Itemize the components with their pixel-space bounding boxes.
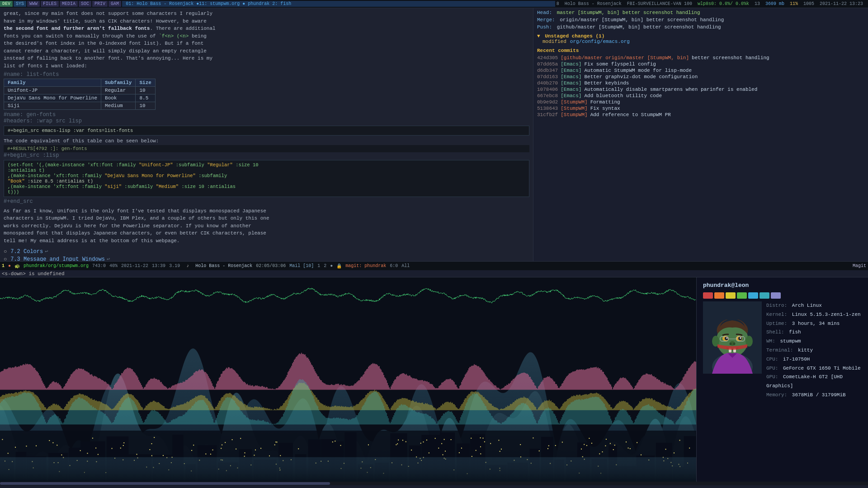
current-mode: magit: phundrak [345, 263, 386, 268]
tag-media[interactable]: MEDIA [60, 1, 78, 7]
org-para-line-5: the desired's font index in the 0-indexe… [4, 40, 529, 47]
commit-message: Better graphviz-dot mode configuration [584, 74, 698, 80]
kernel-row: Kernel: Linux 5.15.3-zen1-1-zen [766, 310, 862, 319]
mem-row: Memory: 3678MiB / 31799MiB [766, 391, 862, 400]
commit-hash: 667ebc8 [537, 93, 558, 99]
commit-message: Add bluetooth utility code [584, 93, 662, 99]
magit-commits-list: 424d305[github/master origin/master [Stu… [537, 55, 864, 117]
commit-hash: d40b270 [537, 80, 558, 86]
active-window-title: 01: Holo Bass - Rosenjack ●11: stumpwm.o… [122, 1, 555, 7]
gpu-row: GPU: GeForce GTX 1650 Ti Mobile [766, 364, 862, 373]
magit-commit-row[interactable]: 424d305[github/master origin/master [Stu… [537, 55, 864, 61]
magit-commit-row[interactable]: d6db347[Emacs]Automatic StumpWM mode for… [537, 68, 864, 73]
magit-commit-row[interactable]: 07dd163[Emacs]Better graphviz-dot mode c… [537, 74, 864, 80]
magit-merge-row: Merge: origin/master [StumpWM, bin] bett… [537, 17, 864, 23]
tag-priv[interactable]: PRIV [92, 1, 108, 7]
svg-point-13 [730, 343, 732, 345]
org-begin-src2: #+begin_src :lisp [4, 152, 529, 159]
commit-tag: [Emacs] [561, 80, 581, 86]
commit-hash: 5138643 [537, 106, 558, 111]
org-item-72[interactable]: ○ 7.2 Colors ↩ [4, 248, 529, 255]
monitor-info: FBI-SURVEILLANCE-VAN 100 [626, 1, 693, 6]
turtle-icon: 🐢 [14, 263, 20, 269]
org-fonts-table: Family Subfamily Size Unifont-JP Regular… [4, 79, 156, 110]
org-headers-wrap: #headers: :wrap src lisp [4, 118, 529, 124]
commit-message: Fix syntax [590, 106, 620, 111]
commit-tag: [Emacs] [561, 74, 581, 80]
magit-commit-row[interactable]: 5138643[StumpWM]Fix syntax [537, 106, 864, 111]
battery-info: 8 [555, 1, 561, 6]
org-para-line-1: great, since my main font does not suppo… [4, 10, 529, 18]
date: 2021-11-22 [121, 263, 148, 268]
org-para-line-7: instead of falling back to another font.… [4, 55, 529, 62]
org-item-73[interactable]: ○ 7.3 Message and Input Windows ↩ [4, 256, 529, 261]
workspace-num-2: 2 [324, 263, 326, 268]
font-subfamily-2: Book [101, 94, 136, 102]
commit-message: Better keybinds [584, 80, 629, 86]
magit-commit-row[interactable]: 667ebc8[Emacs]Add bluetooth utility code [537, 93, 864, 99]
tag-soc[interactable]: SOC [79, 1, 91, 7]
org-end-src: #+end_src [4, 198, 529, 205]
org-results: #+RESULTS[4792 :]: gen-fonts [4, 145, 529, 152]
magit-commit-row[interactable]: d40b270[Emacs]Better keybinds [537, 80, 864, 86]
color-swatch [760, 292, 769, 299]
uptime-row: Uptime: 3 hours, 34 mins [766, 319, 862, 328]
table-row: Unifont-JP Regular 10 [4, 87, 156, 94]
commit-message: better screenshot handling [692, 55, 769, 61]
commit-tag: [Emacs] [561, 61, 581, 67]
bottom-section: phundrak@leon [0, 277, 868, 482]
waveform-canvas [0, 277, 696, 482]
scrollbar-thumb[interactable] [0, 482, 330, 485]
svg-point-11 [740, 338, 741, 339]
font-family-3: Siji [4, 102, 101, 110]
terminal-row: Terminal: kitty [766, 346, 862, 355]
top-bar: DEV SYS WWW FILES MEDIA SOC PRIV GAM 01:… [0, 0, 868, 8]
mail-indicator: Mail [10] [289, 263, 314, 268]
font-family-2: DejaVu Sans Mono for Powerline [4, 94, 101, 102]
topbar-right-info: 8 Holo Bass - Rosenjack FBI-SURVEILLANCE… [555, 1, 868, 6]
magit-unstaged-header[interactable]: ▼ Unstaged changes (1) [537, 33, 864, 39]
commit-hash: 424d305 [537, 55, 558, 61]
magit-commit-row[interactable]: 07dd65a[Emacs]Fix some flyspell config [537, 61, 864, 67]
magit-commit-row[interactable]: 1078406[Emacs]Automatically disable smar… [537, 87, 864, 92]
cpu-pct-info: 11% [788, 1, 799, 6]
color-swatches [703, 292, 862, 299]
magit-commit-row[interactable]: 0b9e9d2[StumpWM]Formatting [537, 99, 864, 105]
error-bar: <s-down> is undefined [0, 270, 868, 277]
tag-sys[interactable]: SYS [14, 1, 26, 7]
shell-row: Shell: fish [766, 328, 862, 337]
svg-point-10 [726, 338, 728, 339]
time-played: 02:05/03:06 [256, 263, 286, 268]
commit-tag: [StumpWM] [561, 106, 587, 111]
commit-hash: 07dd65a [537, 61, 558, 67]
tag-www[interactable]: WWW [27, 1, 40, 7]
workspace-indicator: 1 [2, 263, 5, 268]
magit-commit-row[interactable]: 31cfb2f[StumpWM]Add reference to StumpWM… [537, 112, 864, 117]
table-row: DejaVu Sans Mono for Powerline Book 8.5 [4, 94, 156, 102]
color-swatch [726, 292, 736, 299]
tag-files[interactable]: FILES [41, 1, 59, 7]
music-visualization [0, 277, 696, 482]
time: 13:39 [152, 263, 165, 268]
org-para-line-8: list of fonts I want loaded: [4, 62, 529, 70]
right-panel[interactable]: Head: master [StumpWM, bin] better scree… [533, 8, 868, 261]
commit-tag: [StumpWM] [561, 99, 587, 105]
color-swatch [737, 292, 747, 299]
table-header-subfamily: Subfamily [101, 79, 136, 87]
font-size-3: 10 [136, 102, 155, 110]
magit-modified-row[interactable]: modified org/config/emacs.org [542, 39, 864, 44]
table-header-family: Family [4, 79, 101, 87]
left-panel[interactable]: great, since my main font does not suppo… [0, 8, 533, 261]
table-header-size: Size [136, 79, 155, 87]
wlp-info: wlp8s0: 0.0%/ 0.0%k [696, 1, 750, 6]
tag-gam[interactable]: GAM [108, 1, 121, 7]
font-size-1: 10 [136, 87, 155, 94]
tag-dev[interactable]: DEV [0, 1, 13, 7]
commit-message: Fix some flyspell config [584, 61, 656, 67]
color-swatch [748, 292, 758, 299]
status-bar: 1 ● 🐢 phundrak/org/stumpwm.org 743:0 40%… [0, 261, 868, 270]
scrollbar-area[interactable] [0, 482, 868, 485]
zoom-level: 40% [109, 263, 118, 268]
music-note-icon: ♪ [184, 263, 192, 268]
track-name: Holo Bass - Rosenjack [195, 263, 252, 268]
